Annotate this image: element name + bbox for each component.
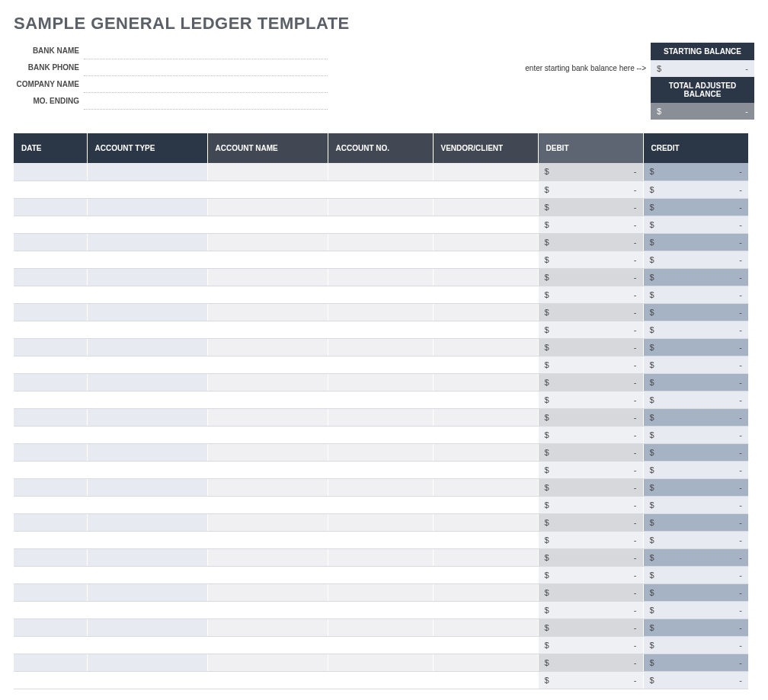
no-cell[interactable] (328, 356, 433, 373)
vendor-cell[interactable] (433, 251, 538, 268)
vendor-cell[interactable] (433, 373, 538, 391)
vendor-cell[interactable] (433, 478, 538, 496)
no-cell[interactable] (328, 601, 433, 618)
vendor-cell[interactable] (433, 636, 538, 654)
credit-cell[interactable]: $- (643, 461, 748, 478)
vendor-cell[interactable] (433, 181, 538, 198)
company-name-input[interactable] (84, 76, 328, 93)
credit-cell[interactable]: $- (643, 251, 748, 268)
vendor-cell[interactable] (433, 443, 538, 461)
name-cell[interactable] (207, 373, 328, 391)
vendor-cell[interactable] (433, 531, 538, 548)
credit-cell[interactable]: $- (643, 443, 748, 461)
name-cell[interactable] (207, 426, 328, 443)
name-cell[interactable] (207, 496, 328, 513)
no-cell[interactable] (328, 181, 433, 198)
type-cell[interactable] (87, 233, 207, 251)
date-cell[interactable] (14, 531, 87, 548)
vendor-cell[interactable] (433, 566, 538, 583)
no-cell[interactable] (328, 286, 433, 303)
credit-cell[interactable]: $- (643, 391, 748, 408)
date-cell[interactable] (14, 286, 87, 303)
no-cell[interactable] (328, 496, 433, 513)
credit-cell[interactable]: $- (643, 636, 748, 654)
debit-cell[interactable]: $- (538, 391, 643, 408)
type-cell[interactable] (87, 321, 207, 338)
type-cell[interactable] (87, 548, 207, 566)
vendor-cell[interactable] (433, 268, 538, 286)
no-cell[interactable] (328, 461, 433, 478)
vendor-cell[interactable] (433, 163, 538, 181)
name-cell[interactable] (207, 408, 328, 426)
no-cell[interactable] (328, 338, 433, 356)
credit-cell[interactable]: $- (643, 338, 748, 356)
debit-cell[interactable]: $- (538, 583, 643, 601)
date-cell[interactable] (14, 426, 87, 443)
no-cell[interactable] (328, 636, 433, 654)
vendor-cell[interactable] (433, 356, 538, 373)
no-cell[interactable] (328, 216, 433, 233)
credit-cell[interactable]: $- (643, 531, 748, 548)
debit-cell[interactable]: $- (538, 513, 643, 531)
debit-cell[interactable]: $- (538, 426, 643, 443)
name-cell[interactable] (207, 303, 328, 321)
starting-balance-value[interactable]: $ - (651, 60, 754, 77)
no-cell[interactable] (328, 654, 433, 671)
date-cell[interactable] (14, 303, 87, 321)
debit-cell[interactable]: $- (538, 443, 643, 461)
name-cell[interactable] (207, 513, 328, 531)
date-cell[interactable] (14, 233, 87, 251)
date-cell[interactable] (14, 513, 87, 531)
debit-cell[interactable]: $- (538, 233, 643, 251)
date-cell[interactable] (14, 601, 87, 618)
date-cell[interactable] (14, 496, 87, 513)
type-cell[interactable] (87, 356, 207, 373)
date-cell[interactable] (14, 251, 87, 268)
debit-cell[interactable]: $- (538, 654, 643, 671)
type-cell[interactable] (87, 496, 207, 513)
name-cell[interactable] (207, 583, 328, 601)
name-cell[interactable] (207, 356, 328, 373)
type-cell[interactable] (87, 636, 207, 654)
credit-cell[interactable]: $- (643, 198, 748, 216)
debit-cell[interactable]: $- (538, 356, 643, 373)
credit-cell[interactable]: $- (643, 478, 748, 496)
no-cell[interactable] (328, 443, 433, 461)
vendor-cell[interactable] (433, 583, 538, 601)
type-cell[interactable] (87, 198, 207, 216)
name-cell[interactable] (207, 391, 328, 408)
no-cell[interactable] (328, 671, 433, 689)
type-cell[interactable] (87, 654, 207, 671)
no-cell[interactable] (328, 303, 433, 321)
vendor-cell[interactable] (433, 601, 538, 618)
vendor-cell[interactable] (433, 233, 538, 251)
name-cell[interactable] (207, 251, 328, 268)
credit-cell[interactable]: $- (643, 408, 748, 426)
debit-cell[interactable]: $- (538, 461, 643, 478)
type-cell[interactable] (87, 583, 207, 601)
debit-cell[interactable]: $- (538, 373, 643, 391)
credit-cell[interactable]: $- (643, 583, 748, 601)
type-cell[interactable] (87, 268, 207, 286)
no-cell[interactable] (328, 198, 433, 216)
credit-cell[interactable]: $- (643, 286, 748, 303)
vendor-cell[interactable] (433, 303, 538, 321)
no-cell[interactable] (328, 233, 433, 251)
credit-cell[interactable]: $- (643, 268, 748, 286)
type-cell[interactable] (87, 391, 207, 408)
debit-cell[interactable]: $- (538, 338, 643, 356)
debit-cell[interactable]: $- (538, 636, 643, 654)
date-cell[interactable] (14, 338, 87, 356)
credit-cell[interactable]: $- (643, 233, 748, 251)
vendor-cell[interactable] (433, 426, 538, 443)
name-cell[interactable] (207, 636, 328, 654)
credit-cell[interactable]: $- (643, 426, 748, 443)
debit-cell[interactable]: $- (538, 216, 643, 233)
date-cell[interactable] (14, 654, 87, 671)
name-cell[interactable] (207, 461, 328, 478)
vendor-cell[interactable] (433, 654, 538, 671)
date-cell[interactable] (14, 461, 87, 478)
debit-cell[interactable]: $- (538, 496, 643, 513)
debit-cell[interactable]: $- (538, 618, 643, 636)
date-cell[interactable] (14, 671, 87, 689)
